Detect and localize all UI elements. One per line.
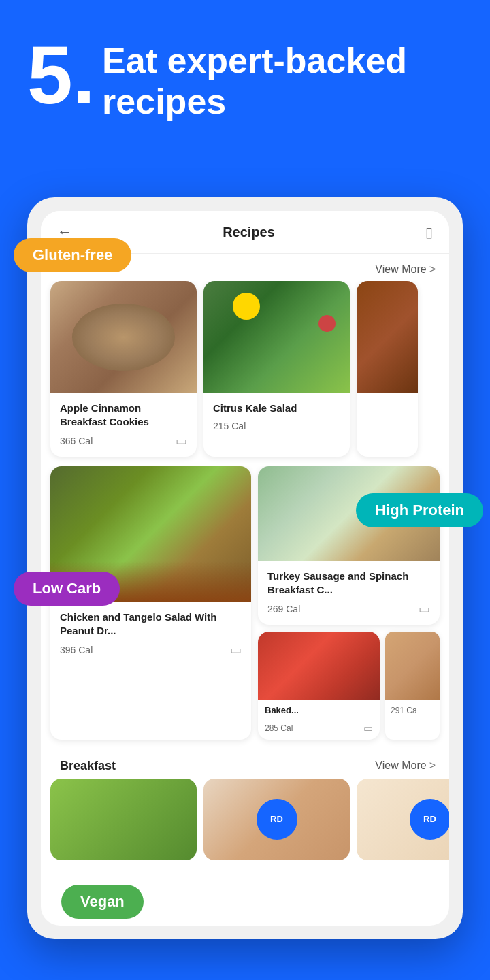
recipe-cal-2: 215 Cal [213,421,246,431]
bookmark-icon-1[interactable]: ▭ [176,434,187,448]
bookmark-icon-turkey[interactable]: ▭ [419,602,430,617]
recipe-image-partial-right [385,632,440,700]
bookmark-icon-baked[interactable]: ▭ [363,722,373,734]
recipe-cal-baked: 285 Cal [265,723,293,733]
recipe-card-apple-cinnamon[interactable]: Apple Cinnamon Breakfast Cookies 366 Cal… [50,281,197,457]
bottom-card-1[interactable] [50,779,197,860]
phone-container: Gluten-free Low Carb High Protein Vegan … [27,197,463,939]
bookmark-icon-chicken[interactable]: ▭ [230,642,242,657]
phone-screen: ← Recipes ▯ View More > Apple Cinnamon B… [41,211,449,926]
recipe-name-chicken: Chicken and Tangelo Salad With Peanut Dr… [60,610,242,637]
recipe-cal-1: 366 Cal [60,436,93,446]
high-protein-badge: High Protein [356,493,483,527]
bottom-mini-row: Baked... 285 Cal ▭ 291 Ca [258,632,440,740]
view-more-arrow: > [429,263,436,276]
recipe-info-1: Apple Cinnamon Breakfast Cookies 366 Cal… [50,393,197,457]
bottom-card-3[interactable]: RD [357,779,449,860]
rd-badge-1: RD [257,799,297,840]
recipe-name-baked: Baked... [265,705,373,717]
recipe-info-chicken: Chicken and Tangelo Salad With Peanut Dr… [50,602,251,666]
bottom-row: RD RD [41,779,449,860]
header-title: Eat expert-backed recipes [102,41,463,122]
gluten-free-badge: Gluten-free [14,238,131,272]
step-number: 5 [27,34,73,116]
breakfast-section-header: Breakfast View More > [41,749,449,779]
recipe-image-baked [258,632,380,700]
step-dot: . [73,34,95,116]
view-more-top[interactable]: View More > [375,263,436,276]
recipe-image-apple-cookie [50,281,197,393]
recipes-row-1: Apple Cinnamon Breakfast Cookies 366 Cal… [41,281,449,466]
recipe-card-turkey[interactable]: Turkey Sausage and Spinach Breakfast C..… [258,466,440,625]
rd-badge-2: RD [410,799,450,840]
low-carb-badge: Low Carb [14,572,120,606]
recipe-card-baked[interactable]: Baked... 285 Cal ▭ [258,632,380,740]
recipe-card-kale-salad[interactable]: Citrus Kale Salad 215 Cal [203,281,350,457]
recipe-card-partial[interactable] [357,281,418,457]
recipe-name-turkey: Turkey Sausage and Spinach Breakfast C..… [267,570,430,596]
bottom-card-2[interactable]: RD [203,779,350,860]
recipe-card-partial-right[interactable]: 291 Ca [385,632,440,740]
vegan-badge: Vegan [61,885,144,919]
recipe-image-kale-salad [203,281,350,393]
recipe-cal-partial-right: 291 Ca [391,706,417,715]
recipe-image-partial [357,281,418,393]
recipe-info-2: Citrus Kale Salad 215 Cal [203,393,350,440]
nav-title: Recipes [223,225,275,240]
recipe-name-2: Citrus Kale Salad [213,402,340,415]
recipe-cal-turkey: 269 Cal [267,604,300,615]
view-more-arrow-breakfast: > [429,760,436,772]
breakfast-label: Breakfast [50,759,116,773]
recipe-name-1: Apple Cinnamon Breakfast Cookies [60,402,187,428]
view-more-breakfast[interactable]: View More > [375,760,436,772]
recipe-info-turkey: Turkey Sausage and Spinach Breakfast C..… [258,561,440,625]
header-section: 5 . Eat expert-backed recipes [0,0,490,143]
recipe-cal-chicken: 396 Cal [60,644,93,655]
bookmark-button[interactable]: ▯ [425,224,433,240]
